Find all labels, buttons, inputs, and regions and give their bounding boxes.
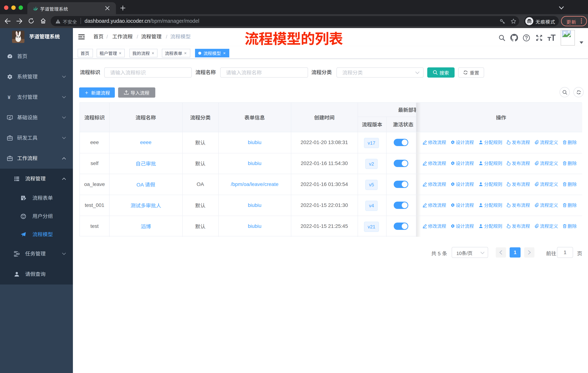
svg-text:¥: ¥ <box>8 94 10 100</box>
